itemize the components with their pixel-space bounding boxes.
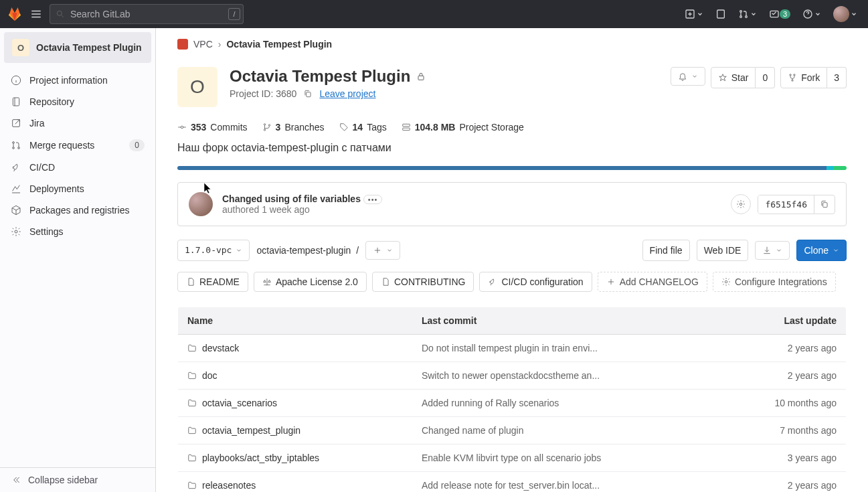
project-avatar: O — [177, 67, 218, 107]
storage-icon — [402, 122, 411, 132]
sidebar-item-label: CI/CD — [29, 162, 55, 173]
nav-help-icon[interactable] — [802, 9, 821, 19]
search-input[interactable] — [69, 8, 224, 20]
table-row[interactable]: docSwitch to newer openstackdocstheme an… — [178, 362, 847, 390]
chip-configure-integrations[interactable]: Configure Integrations — [713, 272, 836, 292]
sidebar-item-settings[interactable]: Settings — [0, 221, 155, 242]
fork-count[interactable]: 3 — [827, 67, 847, 88]
stat-storage[interactable]: 104.8 MB Project Storage — [402, 122, 524, 133]
svg-rect-15 — [307, 92, 311, 97]
nav-issues-icon[interactable] — [715, 9, 726, 19]
table-row[interactable]: devstackDo not install tempest plugin in… — [178, 335, 847, 362]
main-content: VPC › Octavia Tempest Plugin O Octavia T… — [156, 28, 868, 492]
chevron-right-icon: › — [218, 39, 222, 50]
chip-readme[interactable]: README — [177, 272, 248, 292]
nav-merge-requests-icon[interactable] — [738, 9, 757, 19]
global-search[interactable]: / — [50, 4, 244, 24]
commit-message[interactable]: Changed using of file variables — [222, 193, 361, 204]
notification-dropdown[interactable] — [671, 67, 705, 86]
language-bar[interactable] — [177, 166, 847, 170]
chip-cicd[interactable]: CI/CD configuration — [479, 272, 592, 292]
breadcrumb-group-link[interactable]: VPC — [193, 39, 213, 50]
col-commit: Last commit — [412, 307, 720, 335]
fork-button-group: Fork 3 — [780, 67, 847, 88]
file-tree-table: Name Last commit Last update devstackDo … — [177, 307, 847, 492]
table-row[interactable]: octavia_scenariosAdded running of Rally … — [178, 390, 847, 417]
todos-count-badge: 3 — [780, 9, 790, 19]
star-button[interactable]: Star — [711, 67, 756, 88]
sidebar-item-ci-cd[interactable]: CI/CD — [0, 157, 155, 178]
chevron-down-icon — [691, 73, 698, 80]
stat-tags[interactable]: 14 Tags — [339, 122, 387, 133]
file-last-commit[interactable]: Added running of Rally scenarios — [412, 390, 720, 417]
folder-icon — [187, 426, 197, 435]
menu-icon[interactable] — [28, 6, 44, 22]
collapse-sidebar-button[interactable]: Collapse sidebar — [0, 468, 155, 492]
tree-path: octavia-tempest-plugin / — [256, 245, 359, 256]
file-last-commit[interactable]: Do not install tempest plugin in train e… — [412, 335, 720, 362]
svg-point-11 — [13, 147, 15, 149]
lang-segment — [827, 166, 833, 170]
chip-license[interactable]: Apache License 2.0 — [254, 272, 367, 292]
scale-icon — [262, 277, 272, 286]
sidebar-item-packages-and-registries[interactable]: Packages and registries — [0, 199, 155, 221]
file-last-commit[interactable]: Add release note for test_server.bin loc… — [412, 472, 720, 493]
clone-dropdown[interactable]: Clone — [796, 240, 847, 261]
table-row[interactable]: octavia_tempest_pluginChanged name of pl… — [178, 417, 847, 444]
copy-sha-button[interactable] — [814, 195, 835, 214]
file-last-commit[interactable]: Changed name of plugin — [412, 417, 720, 444]
commit-more-button[interactable]: ••• — [363, 195, 383, 204]
deploy-icon — [11, 183, 21, 194]
sidebar-item-merge-requests[interactable]: Merge requests0 — [0, 134, 155, 157]
sidebar-item-repository[interactable]: Repository — [0, 91, 155, 112]
top-navbar: / 3 — [0, 0, 868, 28]
sidebar-item-jira[interactable]: Jira — [0, 112, 155, 134]
leave-project-link[interactable]: Leave project — [319, 88, 375, 99]
chip-contributing[interactable]: CONTRIBUTING — [372, 272, 474, 292]
nav-user-menu[interactable] — [833, 6, 857, 22]
branch-selector[interactable]: 1.7.0-vpc — [177, 240, 250, 261]
star-count[interactable]: 0 — [756, 67, 775, 88]
lang-segment — [177, 166, 827, 170]
commit-icon — [177, 122, 187, 132]
nav-plus-dropdown[interactable] — [685, 9, 703, 19]
folder-icon — [187, 453, 197, 463]
tree-add-dropdown[interactable] — [365, 241, 400, 260]
sidebar-item-deployments[interactable]: Deployments — [0, 178, 155, 199]
svg-rect-2 — [717, 10, 725, 18]
svg-point-4 — [740, 16, 742, 18]
project-id-label: Project ID: 3680 — [230, 88, 296, 99]
gitlab-logo-icon[interactable] — [7, 6, 23, 22]
tree-path-root[interactable]: octavia-tempest-plugin — [256, 245, 351, 256]
sidebar-project-context[interactable]: O Octavia Tempest Plugin — [4, 32, 151, 63]
file-last-commit[interactable]: Switch to newer openstackdocstheme an... — [412, 362, 720, 390]
chip-add-changelog[interactable]: Add CHANGELOG — [598, 272, 707, 292]
svg-point-10 — [13, 142, 15, 144]
gear-icon — [736, 199, 746, 209]
stat-branches[interactable]: 3 Branches — [262, 122, 325, 133]
folder-icon — [187, 398, 197, 408]
lang-segment — [833, 166, 847, 170]
web-ide-button[interactable]: Web IDE — [697, 240, 749, 261]
sidebar-item-project-information[interactable]: Project information — [0, 70, 155, 91]
stat-commits[interactable]: 353 Commits — [177, 122, 248, 133]
breadcrumb-group-avatar — [177, 39, 188, 50]
project-stats: 353 Commits 3 Branches 14 Tags 104.8 MB … — [177, 122, 847, 133]
bell-icon — [678, 72, 687, 81]
merge-icon — [11, 140, 21, 151]
commit-author-avatar[interactable] — [189, 192, 213, 216]
nav-todos-icon[interactable]: 3 — [769, 9, 790, 19]
copy-icon[interactable] — [303, 89, 313, 98]
ci-status-icon[interactable] — [731, 194, 751, 214]
table-row[interactable]: playbooks/act_stby_iptablesEnable KVM li… — [178, 444, 847, 472]
file-last-commit[interactable]: Enable KVM libvirt type on all scenario … — [412, 444, 720, 472]
gear-icon — [721, 277, 731, 286]
svg-point-5 — [746, 16, 748, 18]
svg-point-0 — [57, 11, 62, 15]
fork-button[interactable]: Fork — [780, 67, 827, 88]
folder-icon — [187, 343, 197, 353]
find-file-button[interactable]: Find file — [642, 240, 690, 261]
table-row[interactable]: releasenotesAdd release note for test_se… — [178, 472, 847, 493]
commit-sha[interactable]: f6515f46 — [758, 195, 814, 214]
download-dropdown[interactable] — [755, 241, 790, 260]
